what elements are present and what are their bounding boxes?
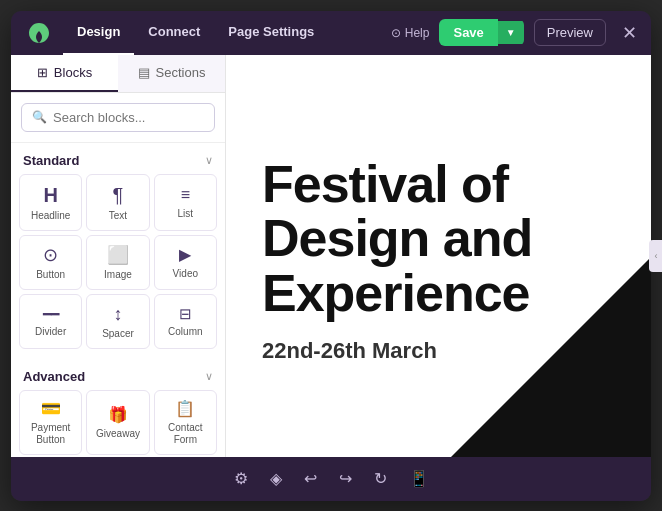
redo-icon[interactable]: ↪ — [339, 469, 352, 488]
standard-section-title: Standard — [23, 153, 79, 168]
search-input[interactable] — [53, 110, 204, 125]
sections-icon: ▤ — [138, 65, 150, 80]
headline-icon: H — [43, 185, 57, 205]
list-icon: ≡ — [181, 187, 190, 203]
bottom-toolbar: ⚙ ◈ ↩ ↪ ↻ 📱 — [11, 457, 651, 501]
advanced-section-header: Advanced ∨ — [11, 359, 225, 390]
button-label: Button — [36, 269, 65, 281]
contact-form-label: Contact Form — [159, 422, 212, 446]
block-list[interactable]: ≡ List — [154, 174, 217, 231]
sidebar-search: 🔍 — [11, 93, 225, 143]
spacer-icon: ↕ — [113, 305, 122, 323]
nav-tab-design[interactable]: Design — [63, 11, 134, 55]
sidebar-tab-blocks[interactable]: ⊞ Blocks — [11, 55, 118, 92]
divider-icon: ━━ — [43, 307, 59, 321]
block-image[interactable]: ⬜ Image — [86, 235, 149, 290]
help-button[interactable]: ⊙ Help — [391, 26, 430, 40]
canvas-area: Festival of Design and Experience 22nd-2… — [226, 55, 651, 457]
save-dropdown-button[interactable]: ▼ — [498, 21, 524, 44]
save-button[interactable]: Save — [439, 19, 497, 46]
preview-button[interactable]: Preview — [534, 19, 606, 46]
sidebar-tabs: ⊞ Blocks ▤ Sections — [11, 55, 225, 93]
save-group: Save ▼ — [439, 19, 523, 46]
payment-icon: 💳 — [41, 401, 61, 417]
block-divider[interactable]: ━━ Divider — [19, 294, 82, 349]
refresh-icon[interactable]: ↻ — [374, 469, 387, 488]
block-giveaway[interactable]: 🎁 Giveaway — [86, 390, 149, 455]
giveaway-icon: 🎁 — [108, 407, 128, 423]
search-icon: 🔍 — [32, 110, 47, 124]
search-wrapper: 🔍 — [21, 103, 215, 132]
help-circle-icon: ⊙ — [391, 26, 401, 40]
block-column[interactable]: ⊟ Column — [154, 294, 217, 349]
blocks-icon: ⊞ — [37, 65, 48, 80]
standard-chevron-icon[interactable]: ∨ — [205, 154, 213, 167]
image-icon: ⬜ — [107, 246, 129, 264]
standard-blocks-grid: H Headline ¶ Text ≡ List ⊙ Button — [11, 174, 225, 349]
canvas-title-line1: Festival of — [262, 155, 508, 213]
video-icon: ▶ — [179, 247, 191, 263]
nav-tabs: Design Connect Page Settings — [63, 11, 391, 55]
advanced-section-title: Advanced — [23, 369, 85, 384]
block-video[interactable]: ▶ Video — [154, 235, 217, 290]
standard-section-header: Standard ∨ — [11, 143, 225, 174]
nav-tab-connect[interactable]: Connect — [134, 11, 214, 55]
sidebar-tab-sections[interactable]: ▤ Sections — [118, 55, 225, 92]
column-icon: ⊟ — [179, 306, 192, 321]
video-label: Video — [173, 268, 198, 280]
mobile-preview-icon[interactable]: 📱 — [409, 469, 429, 488]
headline-label: Headline — [31, 210, 70, 222]
close-button[interactable]: ✕ — [622, 22, 637, 44]
nav-tab-page-settings[interactable]: Page Settings — [214, 11, 328, 55]
contact-form-icon: 📋 — [175, 401, 195, 417]
canvas-triangle-decoration — [451, 257, 651, 457]
list-label: List — [178, 208, 194, 220]
text-label: Text — [109, 210, 127, 222]
block-contact-form[interactable]: 📋 Contact Form — [154, 390, 217, 455]
text-icon: ¶ — [113, 185, 124, 205]
top-bar: Design Connect Page Settings ⊙ Help Save… — [11, 11, 651, 55]
settings-icon[interactable]: ⚙ — [234, 469, 248, 488]
advanced-blocks-grid: 💳 Payment Button 🎁 Giveaway 📋 Contact Fo… — [11, 390, 225, 455]
logo-icon — [25, 19, 53, 47]
advanced-chevron-icon[interactable]: ∨ — [205, 370, 213, 383]
column-label: Column — [168, 326, 202, 338]
block-button[interactable]: ⊙ Button — [19, 235, 82, 290]
blocks-tab-label: Blocks — [54, 65, 92, 80]
divider-label: Divider — [35, 326, 66, 338]
layers-icon[interactable]: ◈ — [270, 469, 282, 488]
app-window: Design Connect Page Settings ⊙ Help Save… — [11, 11, 651, 501]
blocks-list: Standard ∨ H Headline ¶ Text ≡ List — [11, 143, 225, 457]
nav-right: ⊙ Help Save ▼ Preview ✕ — [391, 19, 637, 46]
block-spacer[interactable]: ↕ Spacer — [86, 294, 149, 349]
sidebar-collapse-handle[interactable]: ‹ — [649, 240, 651, 272]
sections-tab-label: Sections — [156, 65, 206, 80]
block-headline[interactable]: H Headline — [19, 174, 82, 231]
help-label: Help — [405, 26, 430, 40]
sidebar: ⊞ Blocks ▤ Sections 🔍 Standard — [11, 55, 226, 457]
undo-icon[interactable]: ↩ — [304, 469, 317, 488]
giveaway-label: Giveaway — [96, 428, 140, 440]
payment-label: Payment Button — [24, 422, 77, 446]
canvas-content: Festival of Design and Experience 22nd-2… — [226, 55, 651, 457]
button-icon: ⊙ — [43, 246, 58, 264]
image-label: Image — [104, 269, 132, 281]
block-payment-button[interactable]: 💳 Payment Button — [19, 390, 82, 455]
block-text[interactable]: ¶ Text — [86, 174, 149, 231]
main-area: ⊞ Blocks ▤ Sections 🔍 Standard — [11, 55, 651, 457]
spacer-label: Spacer — [102, 328, 134, 340]
